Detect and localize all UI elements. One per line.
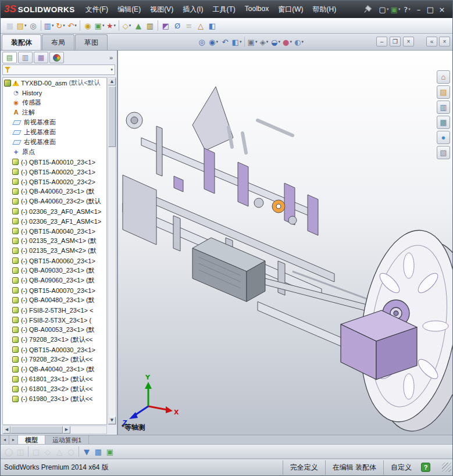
quick-tips-icon[interactable]: ?: [421, 463, 430, 472]
tree-item-21[interactable]: (-) QB-A00480_23<1> (默: [3, 295, 106, 305]
diamond-tool-icon[interactable]: ◇: [42, 445, 53, 458]
menu-item-3[interactable]: 插入(I): [178, 2, 208, 17]
section-tool-icon[interactable]: ◧: [206, 19, 218, 32]
doc-restore-icon[interactable]: ❐: [390, 37, 401, 46]
model-tab-1[interactable]: 运动算例1: [45, 435, 89, 444]
tree-item-18[interactable]: (-) QB-A09030_23<1> (默: [3, 266, 106, 275]
custom-properties-icon[interactable]: ▧: [437, 146, 450, 159]
solidworks-resources-icon[interactable]: ⌂: [437, 70, 450, 84]
tree-item-11[interactable]: (-) QB-A40060_23<2> (默认: [3, 196, 106, 206]
appearances-scenes-icon[interactable]: ●: [437, 131, 450, 144]
reference-geometry-icon[interactable]: ◇▾: [121, 19, 133, 32]
panel-overflow-chevron[interactable]: »: [109, 54, 115, 61]
taskpane-close-icon[interactable]: ×: [439, 37, 450, 46]
command-tab-0[interactable]: 装配体: [2, 34, 41, 50]
menu-item-2[interactable]: 视图(V): [145, 2, 178, 17]
pair-tool-icon[interactable]: ◫: [15, 445, 26, 458]
view-orientation-icon[interactable]: ▣▾: [247, 35, 258, 48]
tree-item-27[interactable]: (-) 79208_23<2> (默认<<: [3, 355, 106, 364]
hide-show-items-icon[interactable]: ◒▾: [270, 35, 281, 48]
file-properties-icon[interactable]: ▣▾: [390, 3, 401, 16]
display-manager-tab[interactable]: [49, 52, 64, 63]
tree-item-17[interactable]: (-) QBT15-A00060_23<1>: [3, 256, 106, 266]
tabs-scroll-left-icon[interactable]: ◂: [1, 435, 9, 444]
tree-item-14[interactable]: (-) QBT15-A00040_23<1>: [3, 226, 106, 236]
triangle-tool-icon[interactable]: △: [53, 445, 65, 458]
open-document-icon[interactable]: ▤▾: [16, 19, 27, 32]
scroll-left-icon[interactable]: ◀: [3, 426, 10, 434]
apply-scene-icon[interactable]: ◐▾: [293, 35, 305, 48]
vertical-scroll-thumb[interactable]: [108, 86, 116, 147]
new-document-icon[interactable]: ▢▾: [378, 3, 390, 16]
horizontal-scroll-thumb[interactable]: [10, 426, 63, 434]
tree-item-7[interactable]: (-) QBT15-A00010_23<1>: [3, 157, 106, 167]
status-custom-menu[interactable]: 自定义: [383, 460, 419, 475]
close-icon[interactable]: ×: [436, 3, 448, 16]
bill-of-materials-icon[interactable]: ▥: [144, 19, 156, 32]
tree-horizontal-scrollbar[interactable]: ◀ ▶: [2, 425, 107, 434]
component-pattern-icon[interactable]: ▥▾: [43, 19, 55, 32]
tree-item-26[interactable]: (-) QBT15-A00030_23<1>: [3, 345, 106, 355]
zoom-area-icon[interactable]: ◉▾: [208, 35, 219, 48]
view-palette-icon[interactable]: ▦: [437, 116, 450, 129]
tree-item-9[interactable]: (-) QBT15-A00020_23<2>: [3, 177, 106, 187]
tree-item-23[interactable]: (-) FSI8-2-5T3X_23<1> (: [3, 315, 106, 325]
display-style-icon[interactable]: ◈▾: [258, 35, 270, 48]
menu-item-5[interactable]: Toolbox: [240, 2, 273, 17]
model-tab-0[interactable]: 模型: [18, 435, 45, 444]
scroll-right-icon[interactable]: ▶: [63, 426, 70, 434]
tree-item-5[interactable]: 右视基准面: [3, 137, 106, 147]
previous-view-icon[interactable]: ↶: [219, 35, 231, 48]
file-explorer-icon[interactable]: ▥: [437, 101, 450, 114]
command-tab-2[interactable]: 草图: [75, 34, 108, 50]
tree-item-2[interactable]: A注解: [3, 108, 106, 117]
tree-item-19[interactable]: (-) QB-A09060_23<1> (默: [3, 275, 106, 285]
command-tab-1[interactable]: 布局: [42, 34, 74, 50]
property-manager-tab[interactable]: ▥: [18, 52, 33, 63]
tree-item-25[interactable]: (-) 79208_23<1> (默认<<: [3, 335, 106, 345]
edit-appearance-icon[interactable]: ●▾: [281, 35, 293, 48]
edit-component-icon[interactable]: ▦: [4, 19, 16, 32]
tree-item-13[interactable]: (-) 02306_23_AF1_ASM<1>: [3, 216, 106, 226]
minimize-icon[interactable]: –: [413, 3, 425, 16]
taskpane-collapse-icon[interactable]: «: [426, 37, 437, 46]
menu-item-0[interactable]: 文件(F): [81, 2, 113, 17]
tree-item-20[interactable]: (-) QBT15-A00070_23<1>: [3, 285, 106, 295]
menu-item-7[interactable]: 帮助(H): [308, 2, 341, 17]
feature-tree-tab[interactable]: ▤: [2, 52, 17, 63]
tree-item-28[interactable]: (-) QB-A40040_23<1> (默: [3, 364, 106, 374]
menu-item-1[interactable]: 编辑(E): [113, 2, 145, 17]
tree-item-1[interactable]: ◉传感器: [3, 98, 106, 108]
attachment-icon[interactable]: ◎: [27, 19, 39, 32]
rotate-component-icon[interactable]: ↻▾: [55, 19, 66, 32]
doc-close-icon[interactable]: ×: [403, 37, 414, 46]
tree-item-6[interactable]: +原点: [3, 147, 106, 157]
tree-item-16[interactable]: (-) 02135_23_ASM<2> (默: [3, 246, 106, 256]
assembly-features-icon[interactable]: ▲: [133, 19, 144, 32]
tree-item-30[interactable]: (-) 61801_23<2> (默认<<: [3, 384, 106, 394]
circle-tool-icon[interactable]: ○: [65, 445, 77, 458]
exploded-view-icon[interactable]: △: [195, 19, 206, 32]
resize-grip[interactable]: [442, 463, 451, 472]
section-view-icon[interactable]: ◧▾: [231, 35, 242, 48]
configuration-manager-tab[interactable]: ▦: [34, 52, 48, 63]
filter-toggle-icon[interactable]: ▼: [81, 445, 92, 458]
tree-item-3[interactable]: 前视基准面: [3, 117, 106, 127]
mate-icon[interactable]: ◉: [82, 19, 94, 32]
frame-tool-icon[interactable]: □: [30, 445, 42, 458]
scroll-up-icon[interactable]: ▲: [108, 78, 116, 85]
tree-item-0[interactable]: ◔History: [3, 88, 106, 98]
filter-input[interactable]: [13, 66, 110, 73]
zoom-fit-icon[interactable]: ◎: [196, 35, 208, 48]
menu-item-4[interactable]: 工具(T): [208, 2, 240, 17]
help-icon[interactable]: ?▾: [401, 3, 413, 16]
tree-item-12[interactable]: (-) 02306_23_AF0_ASM<1>: [3, 206, 106, 216]
design-library-icon[interactable]: ▤: [437, 85, 450, 99]
graphics-viewport[interactable]: Y X Z *等轴测 ⌂▤▥▦●▧: [118, 51, 452, 435]
tree-item-15[interactable]: (-) 02135_23_ASM<1> (默: [3, 236, 106, 246]
doc-minimize-icon[interactable]: –: [376, 37, 387, 46]
tree-item-24[interactable]: (-) QB-A00053_23<1> (默: [3, 325, 106, 335]
tree-root-item[interactable]: TYXBD-00_asm(默认<默认: [3, 78, 106, 88]
mask-tool-icon[interactable]: ◯: [3, 445, 15, 458]
tree-item-22[interactable]: (-) FSI8-2-5T3H_23<1> <: [3, 305, 106, 315]
